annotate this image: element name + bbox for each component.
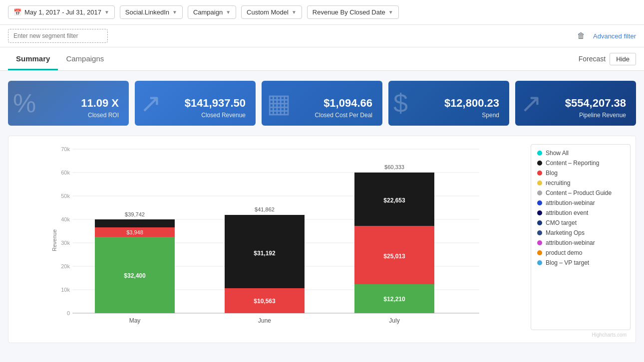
svg-text:Revenue: Revenue [51, 229, 57, 251]
closed-revenue-value: $141,937.50 [185, 97, 246, 110]
svg-text:10k: 10k [61, 287, 70, 293]
svg-text:0: 0 [67, 310, 70, 316]
legend-item-content-reporting[interactable]: Content – Reporting [537, 160, 624, 167]
svg-text:$39,742: $39,742 [125, 211, 145, 217]
legend-label-attribution-event: attribution event [546, 209, 588, 216]
campaign-filter-label: Campaign [193, 8, 223, 16]
legend-label-blog: Blog [546, 170, 558, 177]
legend-item-show-all[interactable]: Show All [537, 150, 624, 157]
chevron-down-icon: ▼ [388, 9, 393, 15]
july-bar[interactable]: $12,210 $25,013 $22,653 $60,333 [354, 164, 434, 313]
segment-row: 🗑 Advanced filter [0, 25, 644, 47]
legend-dot-attribution-event [537, 210, 542, 215]
svg-rect-21 [95, 219, 175, 227]
legend-dot-blog-vp-target [537, 260, 542, 265]
hide-button[interactable]: Hide [610, 53, 636, 65]
svg-text:50k: 50k [61, 193, 70, 199]
kpi-card-pipeline-revenue: ↗ $554,207.38 Pipeline Revenue [515, 81, 636, 126]
legend-dot-cmo-target [537, 220, 542, 225]
highcharts-credit: Highcharts.com [13, 332, 631, 338]
forecast-label: Forecast [579, 55, 606, 63]
closed-revenue-label: Closed Revenue [201, 112, 246, 119]
kpi-card-closed-revenue: ↗ $141,937.50 Closed Revenue [135, 81, 256, 126]
legend-item-attribution-webinar-1[interactable]: attribution-webinar [537, 199, 624, 206]
tabs-left: Summary Campaigns [8, 47, 112, 70]
legend-item-cmo-target[interactable]: CMO target [537, 219, 624, 226]
legend-dot-attribution-webinar-2 [537, 240, 542, 245]
legend-label-marketing-ops: Marketing Ops [546, 229, 585, 236]
spend-value: $12,800.23 [444, 97, 499, 110]
calendar-icon: 📅 [13, 8, 21, 16]
advanced-filter-link[interactable]: Advanced filter [593, 32, 636, 40]
bar-chart-icon: ▦ [267, 88, 291, 118]
chart-container: Revenue 70k 60k 50k 40k 30k 20k 10k 0 [13, 144, 631, 330]
svg-text:$31,192: $31,192 [254, 250, 276, 257]
legend-label-content-reporting: Content – Reporting [546, 160, 599, 167]
svg-text:20k: 20k [61, 263, 70, 269]
legend-item-attribution-event[interactable]: attribution event [537, 209, 624, 216]
campaign-filter-button[interactable]: Campaign ▼ [188, 5, 236, 19]
model-filter-button[interactable]: Custom Model ▼ [241, 5, 302, 19]
bar-chart-svg: Revenue 70k 60k 50k 40k 30k 20k 10k 0 [13, 144, 526, 329]
svg-text:60k: 60k [61, 170, 70, 176]
trend-up-icon: ↗ [140, 88, 162, 118]
legend-item-product-demo[interactable]: product demo [537, 249, 624, 256]
kpi-card-cost-per-deal: ▦ $1,094.66 Closed Cost Per Deal [262, 81, 382, 126]
percentage-icon: % [13, 88, 36, 118]
legend-item-attribution-webinar-2[interactable]: attribution-webinar [537, 239, 624, 246]
svg-text:40k: 40k [61, 216, 70, 222]
chart-main: Revenue 70k 60k 50k 40k 30k 20k 10k 0 [13, 144, 526, 330]
legend-dot-blog [537, 171, 542, 176]
legend-dot-show-all [537, 151, 542, 156]
svg-text:$12,210: $12,210 [383, 296, 405, 303]
metric-filter-button[interactable]: Revenue By Closed Date ▼ [307, 5, 399, 19]
svg-text:$3,948: $3,948 [126, 229, 143, 235]
chevron-down-icon: ▼ [104, 9, 109, 15]
svg-text:July: July [389, 317, 399, 324]
svg-text:$10,563: $10,563 [254, 298, 276, 305]
model-filter-label: Custom Model [247, 8, 289, 16]
legend-item-blog-vp-target[interactable]: Blog – VP target [537, 259, 624, 266]
chart-legend: Show All Content – Reporting Blog recrui… [531, 144, 631, 330]
legend-label-product-demo: product demo [546, 249, 582, 256]
svg-text:June: June [258, 317, 271, 324]
kpi-card-closed-roi: % 11.09 X Closed ROI [8, 81, 129, 126]
legend-label-blog-vp-target: Blog – VP target [546, 259, 589, 266]
june-bar[interactable]: $10,563 $31,192 $41,862 [225, 206, 305, 313]
svg-text:$32,400: $32,400 [124, 272, 146, 279]
svg-text:$22,653: $22,653 [383, 197, 405, 204]
delete-segment-icon[interactable]: 🗑 [577, 31, 585, 40]
svg-text:$41,862: $41,862 [255, 206, 275, 212]
legend-dot-attribution-webinar-1 [537, 200, 542, 205]
date-range-button[interactable]: 📅 May 1, 2017 - Jul 31, 2017 ▼ [8, 5, 115, 19]
legend-item-marketing-ops[interactable]: Marketing Ops [537, 229, 624, 236]
legend-item-content-product-guide[interactable]: Content – Product Guide [537, 189, 624, 196]
chart-area: Revenue 70k 60k 50k 40k 30k 20k 10k 0 [8, 136, 636, 343]
spend-label: Spend [482, 112, 499, 119]
svg-text:$25,013: $25,013 [383, 253, 405, 260]
may-bar[interactable]: $32,400 $3,948 $39,742 [95, 211, 175, 313]
legend-dot-recruiting [537, 181, 542, 185]
legend-label-cmo-target: CMO target [546, 219, 577, 226]
legend-item-recruiting[interactable]: recruiting [537, 180, 624, 186]
chevron-down-icon: ▼ [226, 9, 231, 15]
legend-dot-content-reporting [537, 161, 542, 166]
source-filter-label: Social.LinkedIn [125, 8, 169, 16]
dollar-icon: $ [393, 88, 408, 118]
legend-label-content-product-guide: Content – Product Guide [546, 189, 612, 196]
tab-campaigns[interactable]: Campaigns [58, 47, 112, 70]
legend-label-attribution-webinar-2: attribution-webinar [546, 239, 595, 246]
cost-per-deal-label: Closed Cost Per Deal [315, 112, 372, 119]
closed-roi-value: 11.09 X [81, 97, 119, 110]
tabs-right: Forecast Hide [579, 53, 636, 65]
segment-filter-input[interactable] [8, 29, 108, 43]
legend-label-show-all: Show All [546, 150, 569, 157]
pipeline-icon: ↗ [520, 88, 542, 118]
legend-item-blog[interactable]: Blog [537, 170, 624, 177]
tab-summary[interactable]: Summary [8, 47, 58, 70]
source-filter-button[interactable]: Social.LinkedIn ▼ [120, 5, 183, 19]
svg-text:70k: 70k [61, 146, 70, 152]
pipeline-revenue-label: Pipeline Revenue [579, 112, 626, 119]
kpi-row: % 11.09 X Closed ROI ↗ $141,937.50 Close… [0, 71, 644, 131]
legend-dot-marketing-ops [537, 230, 542, 235]
